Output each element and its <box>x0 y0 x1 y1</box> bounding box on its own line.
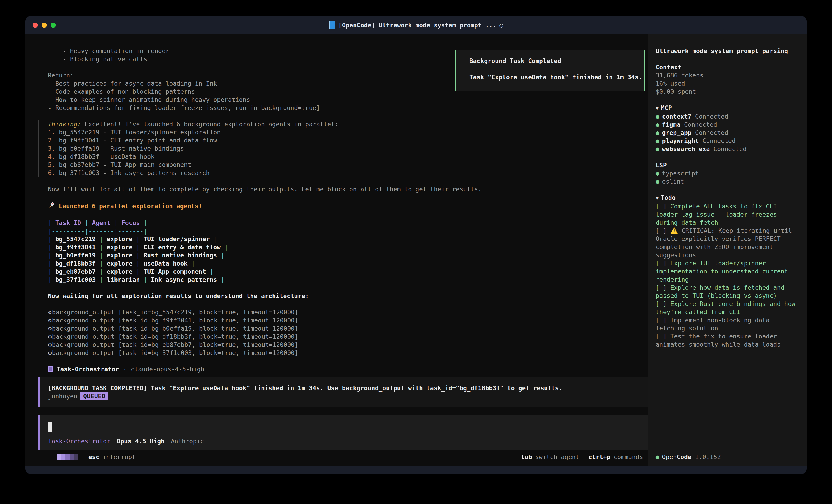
lsp-item: ●eslint <box>656 177 800 186</box>
status-dot-icon: ● <box>656 113 659 120</box>
agent-square-icon <box>48 366 53 372</box>
input-provider-name: Anthropic <box>171 437 204 445</box>
agent-description: bg_5547c219 - TUI loader/spinner explora… <box>59 129 220 136</box>
todo-item: [ ] Test the fix to ensure loader animat… <box>656 332 800 348</box>
launch-banner: Launched 6 parallel exploration agents! <box>38 201 648 211</box>
input-model-name[interactable]: Opus 4.5 High <box>116 437 164 445</box>
orchestrator-name: Task-Orchestrator <box>56 365 119 373</box>
status-dot-icon: ● <box>656 129 659 136</box>
queued-badge: QUEUED <box>80 392 108 400</box>
task-id-cell: bg_eb87ebb7 <box>55 268 96 275</box>
table-pipe <box>100 268 103 275</box>
tool-call-line: ⚙background_output[task_id=bg_f9ff3041, … <box>38 316 648 325</box>
status-dot-icon: ● <box>656 453 659 460</box>
tool-name: background_output <box>52 341 114 348</box>
gear-icon: ⚙ <box>48 341 52 348</box>
list-number: 3. <box>48 145 55 152</box>
mcp-heading[interactable]: ▼MCP <box>656 104 800 112</box>
table-pipe <box>136 235 140 243</box>
context-stat-line: $0.00 spent <box>656 88 800 96</box>
agent-cell: explore <box>107 235 132 243</box>
maximize-button[interactable] <box>51 23 56 28</box>
tool-name: background_output <box>52 309 114 316</box>
tool-name: background_output <box>52 349 114 356</box>
context-heading: Context <box>656 63 800 72</box>
mcp-server-name: figma <box>662 121 680 128</box>
table-pipe <box>48 235 52 243</box>
agent-list-item: 1.bg_5547c219 - TUI loader/spinner explo… <box>48 128 648 136</box>
todo-item: [ ] Explore Rust core bindings and how t… <box>656 300 800 316</box>
queued-message-panel: [BACKGROUND TASK COMPLETED] Task "Explor… <box>38 377 648 407</box>
ctrlp-key-label: commands <box>614 453 643 461</box>
table-row: bg_f9ff3041exploreCLI entry & data flow <box>38 243 648 251</box>
table-pipe <box>224 244 228 251</box>
agent-list-item: 4.bg_df18bb3f - useData hook <box>48 152 648 161</box>
table-pipe <box>48 276 52 283</box>
gear-icon: ⚙ <box>48 349 52 356</box>
lsp-list: ●typescript●eslint <box>656 169 800 186</box>
mcp-item: ●context7Connected <box>656 112 800 120</box>
minimize-button[interactable] <box>42 23 47 28</box>
waiting-message: Now waiting for all exploration results … <box>38 292 648 300</box>
table-pipe <box>144 219 147 226</box>
window-title-text: [OpenCode] Ultrawork mode system prompt … <box>338 22 496 29</box>
focus-cell: useData hook <box>144 260 188 267</box>
table-pipe <box>136 244 140 251</box>
notification-toast[interactable]: Background Task Completed Task "Explore … <box>455 50 645 91</box>
agent-cell: explore <box>107 268 132 275</box>
lsp-item: ●typescript <box>656 169 800 177</box>
context-stat-line: 16% used <box>656 80 800 88</box>
tool-args: [task_id=bg_b0effa19, block=true, timeou… <box>118 325 298 332</box>
table-pipe <box>191 260 195 267</box>
agent-list-item: 3.bg_b0effa19 - Rust native bindings <box>48 144 648 152</box>
orchestrator-model: claude-opus-4-5-high <box>131 365 204 373</box>
queued-message-text: [BACKGROUND TASK COMPLETED] Task "Explor… <box>48 384 642 392</box>
gear-icon: ⚙ <box>48 317 52 324</box>
tool-args: [task_id=bg_5547c219, block=true, timeou… <box>118 309 298 316</box>
close-button[interactable] <box>32 23 38 28</box>
gear-icon: ⚙ <box>48 325 52 332</box>
tool-call-line: ⚙background_output[task_id=bg_eb87ebb7, … <box>38 341 648 349</box>
opencode-window: [OpenCode] Ultrawork mode system prompt … <box>25 16 807 474</box>
tool-result-line: - Recommendations for fixing loader free… <box>38 104 648 112</box>
context-stat-line: 31,686 tokens <box>656 72 800 80</box>
window-title: [OpenCode] Ultrawork mode system prompt … <box>329 21 503 29</box>
tool-name: background_output <box>52 317 114 324</box>
focus-cell: Rust native bindings <box>144 252 217 259</box>
tool-call-line: ⚙background_output[task_id=bg_b0effa19, … <box>38 325 648 333</box>
table-pipe <box>144 276 147 283</box>
mcp-server-status: Connected <box>713 145 747 152</box>
table-pipe <box>136 268 140 275</box>
todo-item: [ ] Explore TUI loader/spinner implement… <box>656 259 800 284</box>
todo-heading[interactable]: ▼Todo <box>656 194 800 202</box>
table-header-cell: Task ID <box>55 219 81 226</box>
collapse-triangle-icon: ▼ <box>656 106 658 111</box>
table-pipe <box>48 252 52 259</box>
list-number: 4. <box>48 153 55 160</box>
status-dot-icon: ● <box>656 145 659 152</box>
table-pipe <box>48 268 52 275</box>
task-id-cell: bg_df18bb3f <box>55 260 96 267</box>
table-header-cells: Task IDAgentFocus <box>48 219 144 226</box>
prompt-input[interactable]: Task-Orchestrator Opus 4.5 High Anthropi… <box>38 415 648 450</box>
tool-args: [task_id=bg_f9ff3041, block=true, timeou… <box>118 317 298 324</box>
mcp-server-name: websearch_exa <box>662 145 710 152</box>
titlebar[interactable]: [OpenCode] Ultrawork mode system prompt … <box>25 16 807 34</box>
tab-key-label: switch agent <box>535 453 579 461</box>
status-dot-icon: ● <box>656 178 659 185</box>
status-dot-icon: ● <box>656 121 659 128</box>
transcript-pane[interactable]: - Heavy computation in render - Blocking… <box>25 34 648 466</box>
list-number: 2. <box>48 137 55 144</box>
table-pipe <box>100 260 103 267</box>
queued-user: junhoyeo <box>48 392 77 400</box>
wait-message: Now I'll wait for all of them to complet… <box>38 185 648 193</box>
input-agent-name[interactable]: Task-Orchestrator <box>48 437 110 445</box>
todo-item: [ ] Explore how data is fetched and pass… <box>656 284 800 300</box>
agent-cell: explore <box>107 252 132 259</box>
gear-icon: ⚙ <box>48 333 52 340</box>
tool-args: [task_id=bg_eb87ebb7, block=true, timeou… <box>118 341 298 348</box>
tool-call-block: ⚙background_output[task_id=bg_5547c219, … <box>38 308 648 357</box>
agent-cell: explore <box>107 244 132 251</box>
lsp-server-name: eslint <box>662 178 684 185</box>
task-id-cell: bg_5547c219 <box>55 235 96 243</box>
